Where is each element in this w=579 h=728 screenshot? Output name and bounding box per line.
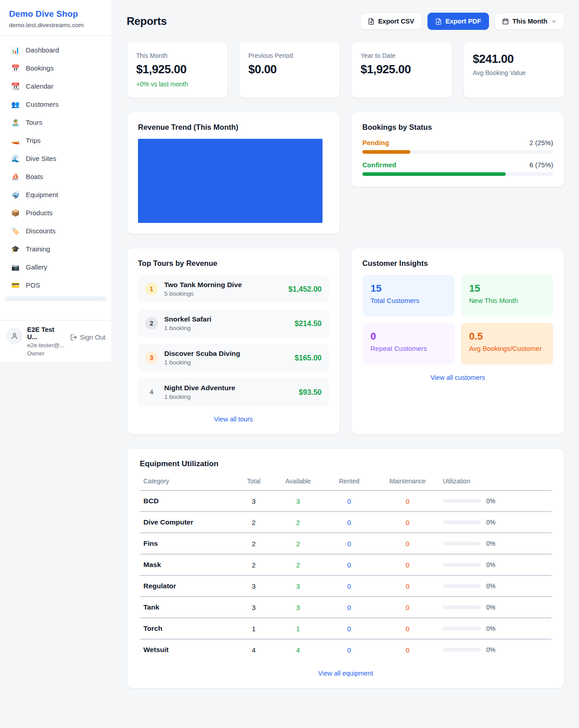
total-cell: 2 [234, 512, 274, 533]
sidebar-item-reports-partial[interactable] [5, 296, 106, 301]
sidebar-item-dashboard[interactable]: 📊Dashboard [5, 42, 106, 58]
equipment-row-wetsuit: Wetsuit44000% [140, 639, 551, 661]
total-cell: 4 [234, 639, 274, 661]
stat-card-this-month: This Month$1,925.00+0% vs last month [127, 42, 228, 98]
utilization-cell: 0% [439, 618, 551, 639]
utilization-bar [443, 563, 481, 567]
sidebar-item-trips[interactable]: 🚤Trips [5, 132, 106, 148]
customer-insights-card: Customer Insights 15Total Customers15New… [351, 248, 565, 435]
tour-name: Two Tank Morning Dive [164, 281, 242, 289]
user-role: Owner [27, 350, 66, 357]
sidebar-item-label: Tours [26, 118, 43, 126]
view-all-customers-link[interactable]: View all customers [431, 374, 485, 381]
equipment-row-regulator: Regulator33000% [140, 576, 551, 597]
people-icon: 👥 [11, 101, 20, 108]
tour-name: Discover Scuba Diving [164, 350, 240, 358]
insight-value: 15 [469, 283, 545, 294]
sidebar-item-label: Equipment [26, 191, 58, 199]
sidebar-item-dive-sites[interactable]: 🌊Dive Sites [5, 151, 106, 166]
status-label: Confirmed [362, 161, 396, 169]
user-name: E2E Test U... [27, 326, 66, 340]
stat-value: $241.00 [473, 52, 555, 66]
sidebar-item-training[interactable]: 🎓Training [5, 241, 106, 257]
view-all-tours-link[interactable]: View all tours [214, 416, 253, 423]
rank-badge: 4 [145, 386, 158, 398]
total-cell: 1 [234, 618, 274, 639]
package-icon: 📦 [11, 209, 20, 216]
sidebar-item-discounts[interactable]: 🏷️Discounts [5, 223, 106, 239]
maintenance-cell: 0 [376, 491, 439, 512]
graduation-cap-icon: 🎓 [11, 246, 20, 252]
sign-out-label: Sign Out [80, 334, 105, 341]
rented-cell: 0 [323, 618, 376, 639]
insight-tiles: 15Total Customers15New This Month0Repeat… [362, 275, 553, 364]
sidebar-item-equipment[interactable]: 🤿Equipment [5, 187, 106, 203]
sidebar-item-calendar[interactable]: 📆Calendar [5, 78, 106, 94]
rented-cell: 0 [323, 512, 376, 533]
rank-badge: 1 [145, 283, 158, 295]
insight-label: Repeat Customers [370, 345, 446, 352]
page-title: Reports [127, 15, 167, 28]
sidebar-item-label: Calendar [26, 82, 53, 90]
sidebar-item-label: Dashboard [26, 46, 59, 54]
status-bar-fill [362, 172, 506, 176]
insight-tile-repeat-customers: 0Repeat Customers [362, 323, 455, 364]
utilization-percent: 0% [486, 604, 495, 611]
bar-chart-icon: 📊 [11, 47, 20, 53]
sidebar-item-tours[interactable]: 🏝️Tours [5, 114, 106, 130]
column-header-maintenance: Maintenance [376, 472, 439, 491]
charts-row: Revenue Trend (This Month) Bookings by S… [127, 112, 565, 234]
rented-cell: 0 [323, 554, 376, 576]
insight-tile-new-this-month: 15New This Month [461, 275, 553, 317]
shop-name[interactable]: Demo Dive Shop [9, 9, 103, 19]
tour-item-discover-scuba-diving: 3Discover Scuba Diving1 booking$165.00 [138, 344, 329, 372]
total-cell: 2 [234, 554, 274, 576]
calendar-icon [502, 18, 509, 25]
insight-tile-total-customers: 15Total Customers [362, 275, 455, 317]
tour-list: 1Two Tank Morning Dive5 bookings$1,452.0… [138, 275, 329, 406]
equipment-row-torch: Torch11000% [140, 618, 551, 639]
category-cell: Regulator [140, 576, 234, 597]
revenue-trend-card: Revenue Trend (This Month) [127, 112, 340, 234]
equipment-row-bcd: BCD33000% [140, 491, 551, 512]
calendar-date-icon: 📅 [11, 65, 20, 71]
export-pdf-button[interactable]: Export PDF [427, 13, 489, 30]
status-label: Pending [362, 139, 389, 147]
tour-info: Discover Scuba Diving1 booking [164, 350, 240, 366]
sidebar-item-gallery[interactable]: 📷Gallery [5, 259, 106, 275]
total-cell: 3 [234, 597, 274, 618]
view-all-equipment-link[interactable]: View all equipment [318, 670, 373, 677]
tour-bookings: 1 booking [164, 325, 211, 331]
sidebar-item-label: Trips [26, 137, 41, 144]
sidebar-item-pos[interactable]: 💳POS [5, 277, 106, 293]
file-download-icon [368, 18, 375, 25]
equipment-row-dive-computer: Dive Computer22000% [140, 512, 551, 533]
total-cell: 2 [234, 533, 274, 554]
wave-icon: 🌊 [11, 155, 20, 162]
utilization-bar [443, 542, 481, 545]
sidebar: Demo Dive Shop demo.test.divestreams.com… [0, 0, 112, 363]
maintenance-cell: 0 [376, 554, 439, 576]
column-header-total: Total [234, 472, 274, 491]
credit-card-icon: 💳 [11, 282, 20, 288]
rented-cell: 0 [323, 576, 376, 597]
sidebar-item-boats[interactable]: ⛵Boats [5, 169, 106, 184]
sidebar-item-bookings[interactable]: 📅Bookings [5, 60, 106, 76]
column-header-utilization: Utilization [439, 472, 551, 491]
sidebar-item-customers[interactable]: 👥Customers [5, 96, 106, 112]
status-bar-track [362, 150, 553, 154]
maintenance-cell: 0 [376, 618, 439, 639]
utilization-cell: 0% [439, 512, 551, 533]
customer-insights-title: Customer Insights [362, 259, 553, 268]
sign-out-button[interactable]: Sign Out [70, 332, 105, 342]
stat-label: This Month [136, 52, 218, 59]
sidebar-item-products[interactable]: 📦Products [5, 205, 106, 221]
island-icon: 🏝️ [11, 119, 20, 126]
sidebar-item-label: Customers [26, 100, 59, 108]
export-csv-button[interactable]: Export CSV [360, 13, 422, 30]
period-select[interactable]: This Month [494, 13, 565, 30]
camera-icon: 📷 [11, 264, 20, 270]
utilization-percent: 0% [486, 519, 495, 526]
category-cell: Mask [140, 554, 234, 576]
header-actions: Export CSV Export PDF This Month [360, 13, 565, 30]
